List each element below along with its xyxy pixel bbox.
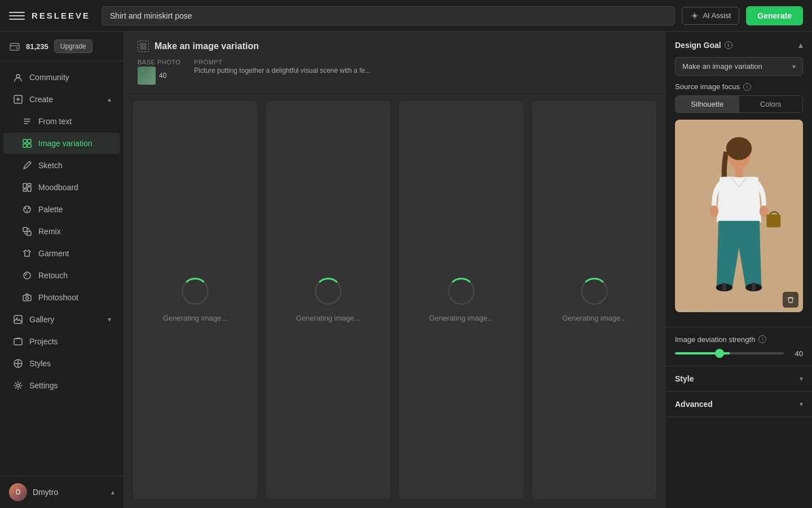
upgrade-button[interactable]: Upgrade	[54, 40, 92, 53]
sidebar-nav: Community Create ▴ From text	[0, 62, 123, 476]
sidebar-item-palette[interactable]: Palette	[3, 199, 120, 220]
sidebar-item-community[interactable]: Community	[3, 67, 120, 88]
svg-rect-11	[28, 187, 31, 191]
sidebar-create-label: Create	[29, 95, 53, 104]
advanced-section[interactable]: Advanced ▾	[666, 392, 812, 417]
sidebar-item-remix[interactable]: Remix	[3, 221, 120, 242]
svg-rect-39	[722, 283, 726, 291]
svg-point-16	[27, 211, 28, 212]
sidebar-item-gallery[interactable]: Gallery ▾	[3, 309, 120, 330]
spinner-wrapper-3: Generating image...	[429, 278, 493, 322]
prompt-label: Prompt	[194, 59, 370, 65]
styles-icon	[12, 358, 24, 369]
sidebar-sketch-label: Sketch	[38, 161, 63, 170]
svg-point-19	[24, 272, 30, 279]
content-title: Make an image variation	[155, 41, 259, 51]
menu-icon[interactable]	[9, 8, 25, 24]
svg-rect-28	[140, 47, 143, 49]
retouch-icon	[21, 270, 33, 281]
model-svg	[675, 120, 803, 312]
image-card-2[interactable]: Generating image...	[266, 101, 390, 499]
sidebar-gallery-label: Gallery	[29, 315, 54, 324]
settings-icon	[12, 380, 24, 391]
delete-source-image-button[interactable]	[783, 292, 798, 308]
sidebar-item-projects[interactable]: Projects	[3, 331, 120, 352]
spinner-3	[448, 278, 475, 305]
prompt-value: Picture putting together a delightful vi…	[194, 67, 370, 75]
svg-point-32	[726, 137, 752, 160]
sketch-icon	[21, 160, 33, 171]
design-goal-info-icon[interactable]: i	[725, 41, 732, 49]
design-goal-value: Make an image variation	[682, 62, 762, 71]
search-input[interactable]	[102, 6, 675, 25]
svg-point-3	[16, 75, 20, 78]
generating-text-1: Generating image...	[163, 314, 227, 322]
style-section[interactable]: Style ▾	[666, 366, 812, 392]
palette-icon	[21, 204, 33, 215]
sidebar-item-moodboard[interactable]: Moodboard	[3, 177, 120, 198]
spinner-wrapper-4: Generating image...	[562, 278, 626, 322]
generate-button[interactable]: Generate	[746, 6, 803, 25]
base-photo-thumb	[138, 67, 156, 85]
generating-text-4: Generating image...	[562, 314, 626, 322]
base-photo-label: Base photo	[138, 59, 180, 65]
colors-toggle-btn[interactable]: Colors	[739, 96, 803, 112]
svg-rect-40	[752, 283, 756, 291]
sidebar-projects-label: Projects	[29, 337, 58, 346]
image-card-4[interactable]: Generating image...	[532, 101, 656, 499]
trash-icon	[787, 296, 795, 304]
topbar: RESLEEVE AI Assist Generate	[0, 0, 812, 32]
ai-assist-button[interactable]: AI Assist	[682, 7, 739, 25]
sidebar-image-variation-label: Image variation	[38, 139, 92, 148]
sidebar-item-sketch[interactable]: Sketch	[3, 155, 120, 176]
source-focus-toggle: Silhouette Colors	[675, 95, 803, 113]
generating-text-3: Generating image...	[429, 314, 493, 322]
sidebar-item-styles[interactable]: Styles	[3, 353, 120, 374]
image-variation-icon	[21, 138, 33, 149]
sidebar-settings-label: Settings	[29, 381, 58, 390]
sidebar-item-garment[interactable]: Garment	[3, 243, 120, 264]
image-card-1[interactable]: Generating image...	[133, 101, 257, 499]
sidebar-item-from-text[interactable]: From text	[3, 111, 120, 132]
generating-text-2: Generating image...	[296, 314, 360, 322]
sidebar-community-label: Community	[29, 73, 69, 82]
base-photo-value: 40	[159, 72, 166, 80]
content-header: Make an image variation Base photo 40 Pr…	[124, 32, 665, 92]
sidebar-item-retouch[interactable]: Retouch	[3, 265, 120, 286]
deviation-section: Image deviation strength i 40	[666, 327, 812, 366]
sidebar-garment-label: Garment	[38, 249, 69, 258]
sidebar-photoshoot-label: Photoshoot	[38, 293, 78, 302]
advanced-chevron-icon: ▾	[800, 400, 803, 408]
source-focus-info-icon[interactable]: i	[743, 83, 751, 91]
sidebar-item-photoshoot[interactable]: Photoshoot	[3, 287, 120, 308]
user-chevron-icon: ▴	[111, 488, 114, 496]
image-card-3[interactable]: Generating image...	[399, 101, 523, 499]
deviation-info-icon[interactable]: i	[758, 335, 766, 343]
svg-rect-24	[14, 339, 22, 345]
style-title: Style	[675, 374, 694, 383]
sidebar-item-image-variation[interactable]: Image variation	[3, 133, 120, 154]
svg-rect-26	[140, 43, 143, 46]
advanced-title: Advanced	[675, 400, 713, 409]
svg-rect-33	[735, 168, 743, 177]
svg-rect-27	[144, 43, 146, 46]
spinner-wrapper-2: Generating image...	[296, 278, 360, 322]
svg-point-0	[694, 15, 696, 17]
username-label: Dmytro	[33, 488, 105, 497]
svg-rect-8	[28, 144, 31, 147]
slider-row: 40	[675, 349, 803, 358]
projects-icon	[12, 336, 24, 347]
svg-rect-9	[23, 183, 27, 188]
sidebar-user[interactable]: D Dmytro ▴	[0, 476, 123, 508]
design-goal-select[interactable]: Make an image variation ▾	[675, 57, 803, 76]
variation-header-icon	[138, 41, 149, 52]
create-icon	[12, 94, 24, 105]
sidebar-item-settings[interactable]: Settings	[3, 375, 120, 396]
svg-rect-10	[28, 183, 31, 186]
spinner-1	[182, 278, 209, 305]
sidebar-item-create[interactable]: Create ▴	[3, 89, 120, 110]
deviation-slider[interactable]	[675, 352, 784, 354]
base-photo-meta: Base photo 40	[138, 59, 180, 85]
silhouette-toggle-btn[interactable]: Silhouette	[676, 96, 739, 112]
svg-rect-12	[23, 189, 27, 191]
